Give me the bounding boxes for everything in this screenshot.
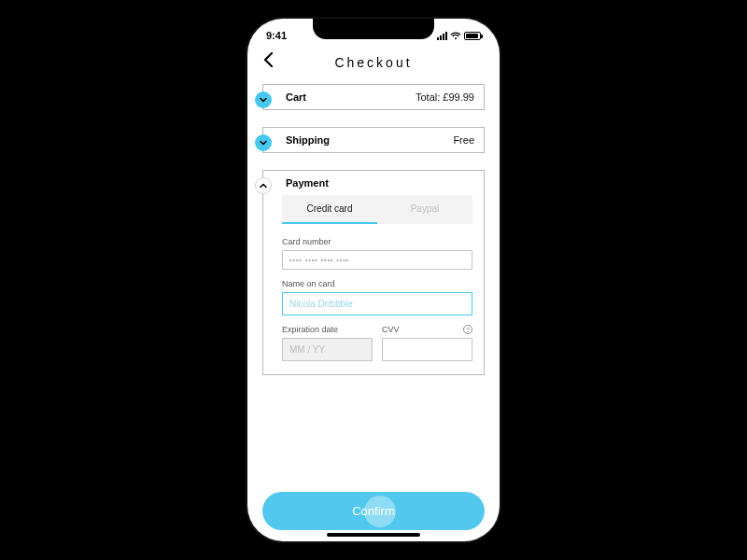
expiration-input[interactable]	[282, 338, 373, 361]
shipping-label: Shipping	[286, 134, 330, 146]
payment-tabs: Credit card Paypal	[282, 195, 472, 224]
checkout-content: Cart Total: £99.99 Shipping Free Payment	[247, 77, 500, 476]
tab-paypal[interactable]: Paypal	[377, 195, 472, 224]
payment-section: Payment Credit card Paypal Card number •…	[262, 170, 485, 375]
name-on-card-label: Name on card	[282, 279, 472, 288]
cart-total: Total: £99.99	[416, 91, 474, 103]
footer: Confirm	[247, 492, 500, 541]
payment-label: Payment	[286, 177, 329, 189]
wifi-icon	[450, 32, 461, 40]
status-time: 9:41	[266, 30, 287, 41]
confirm-label: Confirm	[352, 504, 395, 518]
confirm-button[interactable]: Confirm	[262, 492, 485, 530]
payment-collapse-toggle[interactable]	[255, 177, 272, 194]
name-on-card-input[interactable]	[282, 292, 472, 315]
page-header: Checkout	[247, 49, 500, 77]
cart-section: Cart Total: £99.99	[262, 84, 485, 110]
cvv-label: CVV	[382, 325, 472, 334]
cart-expand-toggle[interactable]	[255, 91, 272, 108]
phone-frame: 9:41 Checkout Cart Total: £99.99	[247, 19, 500, 541]
cart-label: Cart	[286, 91, 306, 103]
device-notch	[313, 19, 434, 39]
cvv-help-icon[interactable]: ?	[463, 325, 472, 334]
home-indicator	[327, 533, 420, 537]
expiration-label: Expiration date	[282, 325, 373, 334]
signal-icon	[437, 32, 447, 40]
shipping-section: Shipping Free	[262, 127, 485, 153]
tab-credit-card[interactable]: Credit card	[282, 195, 377, 224]
card-number-input[interactable]: •••• •••• •••• ••••	[282, 250, 472, 270]
back-button[interactable]	[259, 50, 277, 69]
status-indicators	[437, 32, 481, 40]
shipping-value: Free	[453, 134, 474, 146]
shipping-expand-toggle[interactable]	[255, 134, 272, 151]
battery-icon	[464, 32, 481, 40]
card-number-label: Card number	[282, 237, 472, 246]
page-title: Checkout	[334, 55, 412, 70]
cvv-input[interactable]	[382, 338, 472, 361]
